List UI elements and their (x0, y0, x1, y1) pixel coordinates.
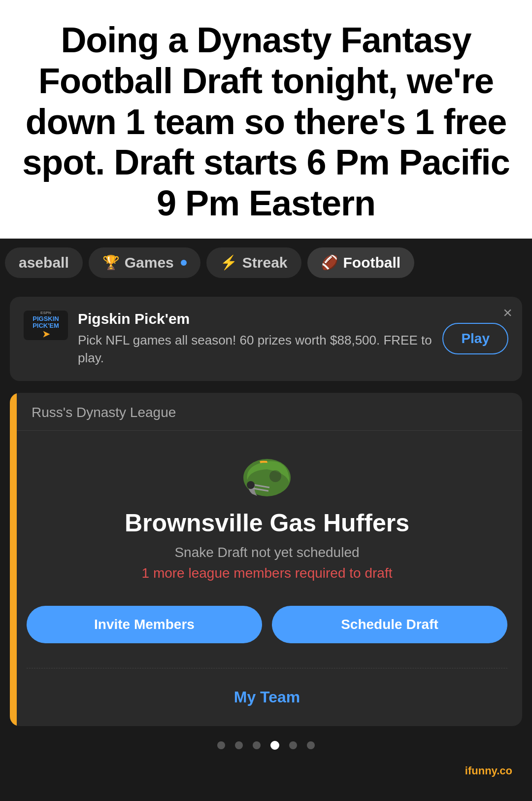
league-body: Brownsville Gas Huffers Snake Draft not … (10, 431, 522, 726)
card-divider (27, 668, 507, 668)
team-name: Brownsville Gas Huffers (125, 510, 409, 537)
members-required: 1 more league members required to draft (142, 565, 393, 581)
games-dot (181, 260, 187, 266)
football-label: Football (343, 254, 401, 271)
dot-6 (307, 741, 315, 749)
league-name: Russ's Dynasty League (27, 405, 176, 420)
action-buttons: Invite Members Schedule Draft (27, 606, 507, 643)
games-label: Games (125, 254, 174, 271)
tab-streak[interactable]: ⚡ Streak (206, 247, 301, 278)
streak-icon: ⚡ (220, 254, 237, 271)
pickems-description: Pick NFL games all season! 60 prizes wor… (78, 331, 432, 367)
top-section: Doing a Dynasty Fantasy Football Draft t… (0, 0, 532, 239)
schedule-draft-button[interactable]: Schedule Draft (272, 606, 507, 643)
svg-point-2 (269, 470, 281, 482)
streak-label: Streak (242, 254, 288, 271)
draft-status: Snake Draft not yet scheduled (174, 545, 359, 560)
pickems-logo-main: PIGSKINPICK'EM (33, 315, 59, 330)
pickems-play-button[interactable]: Play (442, 323, 508, 354)
content-area: ESPN PIGSKINPICK'EM ➤ Pigskin Pick'em Pi… (0, 287, 532, 801)
dot-4-active (270, 741, 279, 750)
pickems-content: Pigskin Pick'em Pick NFL games all seaso… (78, 311, 432, 367)
pagination-dots (10, 726, 522, 760)
pickems-close-button[interactable]: × (503, 305, 512, 320)
dot-5 (289, 741, 297, 749)
helmet-svg (240, 455, 294, 500)
nav-tabs: aseball 🏆 Games ⚡ Streak 🏈 Football (0, 239, 532, 287)
tab-games[interactable]: 🏆 Games (89, 247, 200, 278)
team-icon (240, 455, 294, 500)
ifunny-watermark: ifunny.co (10, 760, 522, 787)
league-header: Russ's Dynasty League (10, 393, 522, 431)
pickems-logo: ESPN PIGSKINPICK'EM ➤ (24, 311, 68, 340)
my-team-link[interactable]: My Team (234, 688, 300, 706)
pickems-card: ESPN PIGSKINPICK'EM ➤ Pigskin Pick'em Pi… (10, 297, 522, 381)
pickems-logo-arrow: ➤ (42, 330, 50, 340)
pickems-title: Pigskin Pick'em (78, 311, 432, 327)
invite-members-button[interactable]: Invite Members (27, 606, 262, 643)
dot-1 (217, 741, 225, 749)
league-card: Russ's Dynasty League (10, 393, 522, 726)
tab-football[interactable]: 🏈 Football (307, 247, 415, 278)
main-title: Doing a Dynasty Fantasy Football Draft t… (15, 20, 517, 224)
football-icon: 🏈 (321, 254, 338, 271)
games-icon: 🏆 (102, 254, 120, 271)
tab-baseball[interactable]: aseball (5, 247, 83, 278)
dot-3 (253, 741, 261, 749)
svg-point-1 (247, 481, 255, 489)
dot-2 (235, 741, 243, 749)
baseball-label: aseball (19, 254, 69, 271)
